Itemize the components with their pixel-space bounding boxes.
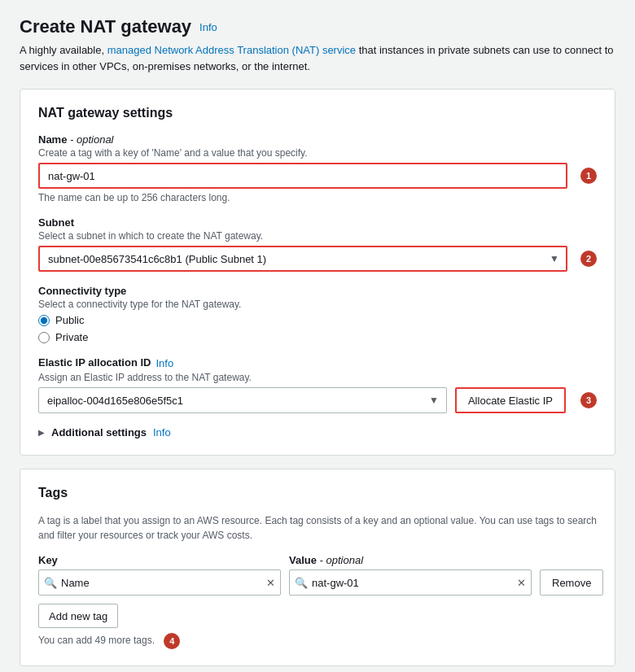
radio-public-label: Public: [55, 314, 84, 326]
tag-value-input[interactable]: [312, 577, 517, 589]
page-title: Create NAT gateway: [20, 16, 191, 37]
tag-key-clear-icon[interactable]: ✕: [266, 577, 275, 589]
elastic-ip-select[interactable]: eipalloc-004d165e806e5f5c1: [38, 387, 447, 413]
tag-value-clear-icon[interactable]: ✕: [517, 577, 526, 589]
name-form-group: Name - optional Create a tag with a key …: [38, 133, 597, 203]
connectivity-label: Connectivity type: [38, 285, 597, 297]
name-label: Name - optional: [38, 133, 597, 146]
remove-tag-button[interactable]: Remove: [540, 569, 603, 596]
step-badge-3: 3: [580, 392, 597, 408]
tags-key-label: Key: [38, 554, 281, 566]
subnet-label: Subnet: [38, 216, 597, 229]
tags-footer: Add new tag You can add 49 more tags. 4: [38, 604, 597, 649]
tags-more-hint: You can add 49 more tags. 4: [38, 633, 597, 649]
additional-settings-row[interactable]: ▶ Additional settings Info: [38, 426, 597, 439]
nat-settings-card-title: NAT gateway settings: [38, 106, 597, 120]
connectivity-radio-group: Public Private: [38, 314, 597, 343]
step-badge-4: 4: [164, 633, 180, 649]
tag-key-input[interactable]: [61, 577, 266, 589]
tags-value-col: Value - optional 🔍 ✕: [289, 554, 532, 596]
tags-card: Tags A tag is a label that you assign to…: [20, 469, 615, 666]
name-input[interactable]: [38, 163, 567, 189]
page-description: A highly available, managed Network Addr…: [20, 42, 615, 74]
add-new-tag-button[interactable]: Add new tag: [38, 604, 118, 628]
subnet-form-group: Subnet Select a subnet in which to creat…: [38, 216, 597, 272]
step-badge-1: 1: [580, 168, 597, 184]
elastic-ip-row: eipalloc-004d165e806e5f5c1 ▼ Allocate El…: [38, 387, 597, 413]
tags-card-title: Tags: [38, 486, 597, 500]
elastic-ip-form-group: Elastic IP allocation ID Info Assign an …: [38, 356, 597, 413]
elastic-ip-select-wrapper: eipalloc-004d165e806e5f5c1 ▼: [38, 387, 447, 413]
tags-value-label: Value - optional: [289, 554, 532, 566]
additional-settings-triangle: ▶: [38, 428, 45, 437]
additional-settings-label: Additional settings: [51, 426, 147, 439]
radio-public[interactable]: Public: [38, 314, 597, 326]
tag-value-search-icon: 🔍: [295, 577, 308, 589]
additional-settings-info-link[interactable]: Info: [153, 426, 171, 439]
elastic-ip-info-link[interactable]: Info: [155, 357, 173, 369]
connectivity-form-group: Connectivity type Select a connectivity …: [38, 285, 597, 343]
radio-private-label: Private: [55, 331, 88, 343]
tags-description: A tag is a label that you assign to an A…: [38, 513, 597, 543]
tag-value-input-wrapper[interactable]: 🔍 ✕: [289, 569, 532, 596]
subnet-hint: Select a subnet in which to create the N…: [38, 230, 597, 242]
tags-key-col: Key 🔍 ✕: [38, 554, 281, 596]
radio-public-input[interactable]: [38, 315, 50, 326]
tag-key-search-icon: 🔍: [44, 577, 57, 589]
tag-key-input-wrapper[interactable]: 🔍 ✕: [38, 569, 281, 596]
name-hint-below: The name can be up to 256 characters lon…: [38, 192, 597, 203]
page-info-link[interactable]: Info: [199, 21, 217, 33]
allocate-elastic-ip-button[interactable]: Allocate Elastic IP: [455, 387, 566, 413]
radio-private-input[interactable]: [38, 332, 50, 343]
connectivity-hint: Select a connectivity type for the NAT g…: [38, 299, 597, 310]
elastic-ip-hint: Assign an Elastic IP address to the NAT …: [38, 372, 597, 383]
radio-private[interactable]: Private: [38, 331, 597, 343]
tags-action-col: Remove: [540, 554, 597, 596]
name-hint: Create a tag with a key of 'Name' and a …: [38, 147, 597, 159]
nat-description-link[interactable]: managed Network Address Translation (NAT…: [107, 44, 356, 56]
nat-settings-card: NAT gateway settings Name - optional Cre…: [20, 89, 615, 456]
subnet-select[interactable]: subnet-00e85673541c6c8b1 (Public Subnet …: [38, 246, 567, 272]
elastic-ip-label-row: Elastic IP allocation ID Info: [38, 356, 597, 370]
elastic-ip-label: Elastic IP allocation ID: [38, 356, 151, 369]
step-badge-2: 2: [580, 251, 597, 267]
tags-header-row: Key 🔍 ✕ Value - optional 🔍 ✕: [38, 554, 597, 596]
